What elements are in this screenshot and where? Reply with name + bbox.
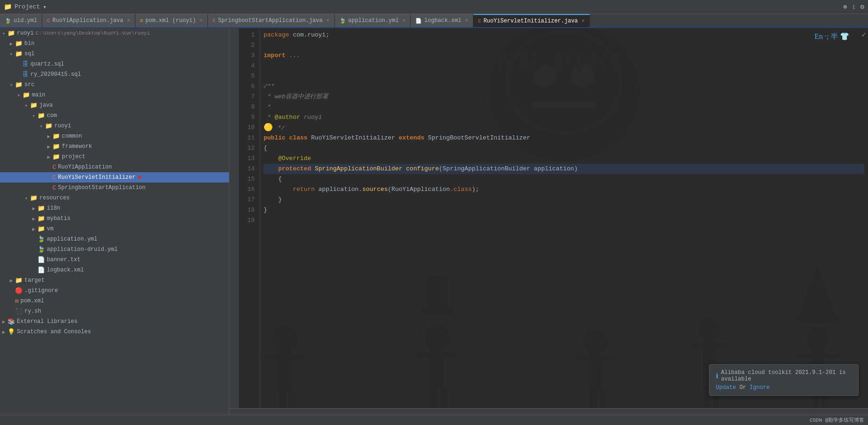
tree-label-external-libs: External Libraries — [17, 318, 78, 325]
token: class — [289, 134, 311, 141]
code-line-5 — [264, 71, 864, 81]
tree-label-ry-sh: ry.sh — [24, 308, 41, 315]
tab-appyml[interactable]: 🍃 application.yml × — [335, 14, 411, 27]
tab-close-logback[interactable]: × — [465, 18, 468, 23]
ignore-link[interactable]: Ignore — [750, 384, 770, 391]
tree-icon-ruoyi-servlet-file: C — [52, 174, 56, 181]
svg-rect-35 — [715, 344, 729, 348]
tab-pom[interactable]: m pom.xml (ruoyi) × — [135, 14, 208, 27]
tree-item-ry-sql[interactable]: 🗄ry_20200415.sql — [0, 69, 229, 80]
editor-content[interactable]: 12345678910111213141516171819 ONE PIECE — [229, 28, 868, 408]
code-line-1: package com.ruoyi; — [264, 30, 864, 40]
code-line-14: protected SpringApplicationBuilder confi… — [264, 164, 864, 174]
token: SpringApplicationBuilder — [442, 165, 534, 172]
tree-item-logback-xml[interactable]: 📄logback.xml — [0, 265, 229, 275]
token: * — [264, 103, 271, 110]
tab-close-appyml[interactable]: × — [403, 18, 406, 23]
tree-item-bin[interactable]: ▶📁bin — [0, 38, 229, 49]
tree-item-project[interactable]: ▶📁project — [0, 152, 229, 162]
tree-item-target[interactable]: ▶📁target — [0, 275, 229, 286]
tab-close-ruoyi-app[interactable]: × — [127, 18, 130, 23]
tree-icon-logback-xml: 📄 — [37, 266, 45, 274]
tree-label-com: com — [47, 112, 57, 119]
tree-item-common[interactable]: ▶📁common — [0, 131, 229, 141]
tree-item-main[interactable]: ▾📁main — [0, 90, 229, 100]
svg-point-26 — [583, 330, 607, 353]
svg-rect-17 — [288, 390, 295, 408]
tree-icon-springboot-file: C — [52, 184, 56, 191]
update-link[interactable]: Update — [716, 384, 736, 391]
project-label[interactable]: Project — [15, 3, 40, 10]
tree-label-ruoyi-pkg: ruoyi — [54, 123, 71, 129]
tree-item-external-libs[interactable]: ▶📚External Libraries — [0, 316, 229, 327]
tree-label-common: common — [62, 133, 82, 139]
token: } — [264, 206, 267, 213]
tree-item-resources[interactable]: ▾📁resources — [0, 193, 229, 203]
tab-label-pom: pom.xml (ruoyi) — [145, 17, 196, 24]
line-number-8: 8 — [239, 102, 255, 112]
tree-item-app-druid-yml[interactable]: 🍃application-druid.yml — [0, 244, 229, 255]
svg-point-38 — [806, 327, 829, 350]
tree-item-ry-sh[interactable]: ⬛ry.sh — [0, 306, 229, 316]
tab-springboot[interactable]: C SpringbootStartApplication.java × — [208, 14, 334, 27]
tree-item-scratches[interactable]: ▶💡Scratches and Consoles — [0, 327, 229, 337]
svg-rect-23 — [443, 352, 457, 358]
tree-label-vm: vm — [47, 226, 53, 232]
tab-close-pom[interactable]: × — [200, 18, 203, 23]
tree-item-i18n[interactable]: ▶📁i18n — [0, 203, 229, 213]
tree-item-springboot-file[interactable]: CSpringbootStartApplication — [0, 183, 229, 193]
tree-arrow: ▶ — [30, 216, 37, 222]
tab-icon-appyml: 🍃 — [339, 18, 346, 24]
tree-item-quartz-sql[interactable]: 🗄quartz.sql — [0, 59, 229, 69]
tab-logback[interactable]: 📄 logback.xml × — [411, 14, 473, 27]
tree-arrow: ▶ — [7, 41, 15, 47]
tree-item-ruoyi-root[interactable]: ▾📁ruoyiC:\Users\yang\Desktop\RuoYi-Vue\r… — [0, 28, 229, 38]
tab-druid[interactable]: 🍃 uid.yml — [0, 14, 42, 27]
notification-or: Or — [739, 384, 750, 391]
tree-item-sql[interactable]: ▾📁sql — [0, 49, 229, 59]
code-line-6: /** — [264, 81, 864, 92]
tree-item-banner-txt[interactable]: 📄banner.txt — [0, 255, 229, 265]
tree-icon-sql: 📁 — [15, 50, 22, 58]
tab-close-ruoyi-servlet[interactable]: × — [581, 18, 585, 24]
code-panel[interactable]: ONE PIECE — [260, 28, 868, 408]
tree-item-ruoyi-app-file[interactable]: CRuoYiApplication — [0, 162, 229, 172]
settings-icon[interactable]: ⚙ — [861, 3, 864, 11]
token: @Override — [264, 155, 311, 162]
tree-arrow: ▾ — [37, 123, 45, 129]
tree-arrow: ▶ — [7, 278, 15, 284]
tree-item-gitignore[interactable]: 🔴.gitignore — [0, 286, 229, 296]
tree-item-framework[interactable]: ▶📁framework — [0, 141, 229, 152]
tree-arrow: ▶ — [45, 133, 52, 139]
tree-icon-ry-sql: 🗄 — [22, 71, 29, 78]
tree-item-vm[interactable]: ▶📁vm — [0, 224, 229, 234]
editor-area[interactable]: En ·; 半 👕 ✓ 1234567891011121314151617181… — [229, 28, 868, 415]
globe-icon[interactable]: ⊕ — [843, 3, 847, 11]
tree-icon-app-yml: 🍃 — [37, 235, 45, 243]
line-number-16: 16 — [239, 184, 255, 195]
tab-ruoyi-app[interactable]: C RuoYiApplication.java × — [42, 14, 135, 27]
tree-item-ruoyi-pkg[interactable]: ▾📁ruoyi — [0, 121, 229, 131]
tree-item-src[interactable]: ▾📁src — [0, 80, 229, 90]
tree-item-mybatis[interactable]: ▶📁mybatis — [0, 213, 229, 224]
tree-item-app-yml[interactable]: 🍃application.yml — [0, 234, 229, 244]
tree-item-java[interactable]: ▾📁java — [0, 100, 229, 110]
token: .class — [450, 186, 472, 193]
bottom-scrollbar[interactable] — [229, 408, 868, 415]
tree-label-i18n: i18n — [47, 205, 60, 212]
token: /** — [264, 83, 274, 90]
token: { — [264, 145, 267, 152]
line-numbers: 12345678910111213141516171819 — [239, 28, 260, 408]
tab-close-springboot[interactable]: × — [326, 18, 330, 23]
tree-arrow: ▾ — [22, 103, 30, 109]
swap-icon[interactable]: ↕ — [852, 3, 855, 11]
tree-item-pom-file[interactable]: mpom.xml — [0, 296, 229, 306]
tree-item-com[interactable]: ▾📁com — [0, 110, 229, 121]
tree-label-ry-sql: ry_20200415.sql — [30, 71, 81, 78]
project-dropdown-icon[interactable]: ▾ — [43, 3, 47, 11]
code-line-2 — [264, 40, 864, 51]
tree-icon-main: 📁 — [22, 91, 30, 99]
tree-item-ruoyi-servlet-file[interactable]: CRuoYiServletInitializer● — [0, 172, 229, 183]
project-icon: 📁 — [4, 3, 12, 11]
tab-ruoyi-servlet[interactable]: C RuoYiServletInitializer.java × — [473, 14, 590, 27]
